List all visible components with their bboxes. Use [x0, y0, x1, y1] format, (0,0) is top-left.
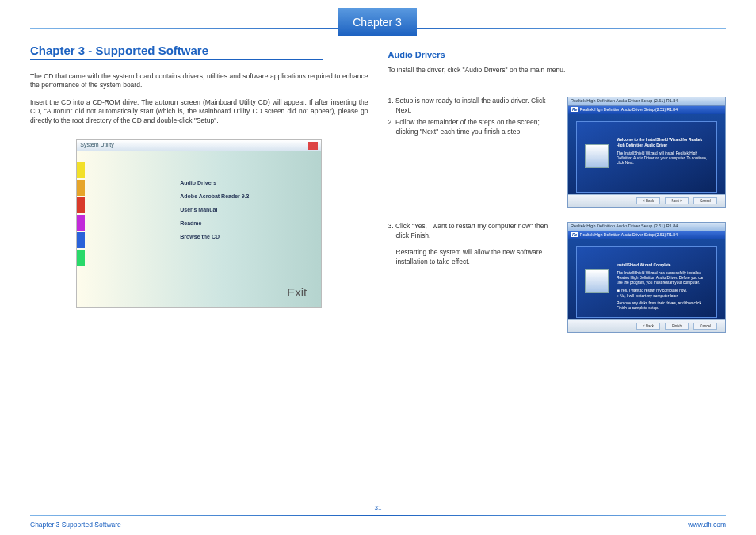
- footer-left: Chapter 3 Supported Software: [30, 521, 121, 529]
- intro-p1: The CD that came with the system board c…: [30, 72, 368, 90]
- step-text-2: 3. Click "Yes, I want to restart my comp…: [388, 222, 560, 333]
- installer2-sub: Re Realtek High Definition Audio Driver …: [568, 231, 725, 239]
- installer-screenshot-1: Realtek High Definition Audio Driver Set…: [567, 97, 726, 208]
- chapter-tab: Chapter 3: [338, 8, 417, 36]
- utility-screenshot: System Utility Audio DriversAdobe Acroba…: [76, 139, 322, 308]
- stripe: [77, 162, 85, 178]
- step-text-1: 1. Setup is now ready to install the aud…: [388, 97, 560, 208]
- installer1-text: Welcome to the InstallShield Wizard for …: [617, 138, 710, 166]
- installer2-panel: InstallShield Wizard Complete The Instal…: [576, 246, 717, 318]
- stripe: [77, 197, 85, 213]
- step-3b: Restarting the system will allow the new…: [388, 248, 560, 266]
- intro-p2: Insert the CD into a CD-ROM drive. The a…: [30, 98, 368, 125]
- step-1: 1. Setup is now ready to install the aud…: [388, 97, 560, 115]
- exit-label: Exit: [287, 285, 307, 299]
- installer1-sub: Re Realtek High Definition Audio Driver …: [568, 106, 725, 114]
- stripe: [77, 180, 85, 196]
- audio-intro: To install the driver, click "Audio Driv…: [388, 66, 727, 75]
- left-column: Chapter 3 - Supported Software The CD th…: [30, 44, 368, 503]
- utility-titlebar: System Utility: [77, 140, 321, 151]
- utility-title-text: System Utility: [80, 142, 113, 149]
- installer2-buttons: < BackFinishCancel: [568, 319, 725, 332]
- stripe: [77, 250, 85, 266]
- installer2-top: Realtek High Definition Audio Driver Set…: [568, 223, 725, 231]
- installer1-top: Realtek High Definition Audio Driver Set…: [568, 97, 725, 106]
- step-3a: 3. Click "Yes, I want to restart my comp…: [388, 222, 560, 240]
- page-body: Chapter 3 - Supported Software The CD th…: [30, 44, 726, 503]
- step-block-2: 3. Click "Yes, I want to restart my comp…: [388, 222, 727, 333]
- installer-screenshot-2: Realtek High Definition Audio Driver Set…: [567, 222, 726, 333]
- installer-button: Cancel: [693, 323, 717, 330]
- utility-menu: Audio DriversAdobe Acrobat Reader 9.3Use…: [180, 180, 249, 247]
- utility-menu-item: User's Manual: [180, 207, 249, 212]
- box-icon: [585, 269, 609, 293]
- utility-menu-item: Browse the CD: [180, 234, 249, 239]
- utility-menu-item: Audio Drivers: [180, 180, 249, 185]
- installer2-text: InstallShield Wizard Complete The Instal…: [617, 263, 710, 311]
- close-icon: [308, 142, 318, 150]
- utility-menu-item: Readme: [180, 220, 249, 226]
- footer: Chapter 3 Supported Software www.dfi.com: [30, 521, 726, 529]
- installer-button: < Back: [636, 197, 660, 204]
- installer1-panel: Welcome to the InstallShield Wizard for …: [576, 121, 717, 193]
- installer-button: < Back: [636, 323, 660, 330]
- footer-rule: [30, 515, 726, 516]
- page-number: 31: [0, 504, 756, 511]
- right-column: Audio Drivers To install the driver, cli…: [388, 44, 727, 503]
- section-title: Chapter 3 - Supported Software: [30, 44, 323, 60]
- installer-button: Cancel: [693, 197, 717, 204]
- footer-right: www.dfi.com: [688, 521, 726, 529]
- audio-drivers-title: Audio Drivers: [388, 50, 727, 59]
- stripe: [77, 215, 85, 231]
- box-icon: [585, 144, 609, 168]
- utility-menu-item: Adobe Acrobat Reader 9.3: [180, 193, 249, 199]
- step-block-1: 1. Setup is now ready to install the aud…: [388, 97, 727, 208]
- installer-button: Finish: [665, 323, 689, 330]
- color-stripes: [77, 162, 85, 267]
- installer1-buttons: < BackNext >Cancel: [568, 194, 725, 207]
- step-2: 2. Follow the remainder of the steps on …: [388, 118, 560, 136]
- installer-button: Next >: [665, 197, 689, 204]
- stripe: [77, 232, 85, 248]
